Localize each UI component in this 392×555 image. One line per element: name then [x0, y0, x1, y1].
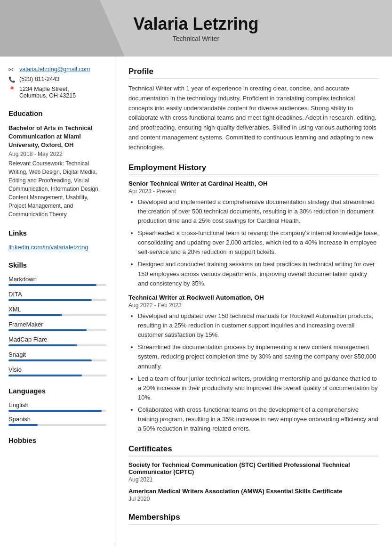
- main-content: Profile Technical Writer with 1 year of …: [115, 57, 392, 546]
- contact-section: ✉ valaria.letzring@gmail.com 📞 (523) 811…: [8, 66, 106, 99]
- job-title: Senior Technical Writer at Cardinal Heal…: [128, 180, 379, 187]
- list-item: Led a team of four junior technical writ…: [138, 374, 379, 402]
- memberships-section-title: Memberships: [128, 513, 379, 525]
- skill-bar-fill: [8, 344, 77, 346]
- cert-date: Aug 2021: [128, 476, 379, 483]
- lang-name: English: [8, 401, 106, 408]
- skill-item: Visio: [8, 366, 106, 376]
- job-dates: Aug 2022 - Feb 2023: [128, 302, 379, 309]
- skill-name: FrameMaker: [8, 321, 106, 328]
- certificates-section-title: Certificates: [128, 444, 379, 457]
- email-link[interactable]: valaria.letzring@gmail.com: [19, 66, 90, 73]
- skill-name: Snagit: [8, 351, 106, 358]
- certificates-section: Certificates Society for Technical Commu…: [128, 444, 379, 502]
- phone-icon: 📞: [8, 76, 16, 83]
- cert-entry: Society for Technical Communication (STC…: [128, 461, 379, 483]
- languages-title: Languages: [8, 387, 106, 397]
- skill-bar-fill: [8, 284, 96, 286]
- languages-section: Languages English Spanish: [8, 387, 106, 426]
- skill-bar-bg: [8, 359, 106, 361]
- certs-list: Society for Technical Communication (STC…: [128, 461, 379, 502]
- skill-bar-fill: [8, 299, 92, 301]
- skill-bar-bg: [8, 314, 106, 316]
- edu-degree: Bachelor of Arts in Technical Communicat…: [8, 124, 106, 150]
- cert-title: Society for Technical Communication (STC…: [128, 461, 379, 475]
- phone-item: 📞 (523) 811-2443: [8, 76, 106, 83]
- hobbies-title: Hobbies: [8, 436, 106, 444]
- jobs-list: Senior Technical Writer at Cardinal Heal…: [128, 180, 379, 434]
- linkedin-link[interactable]: linkedin.com/in/valarialetzring: [8, 244, 88, 251]
- edu-courses: Relevant Coursework: Technical Writing, …: [8, 159, 106, 219]
- employment-section: Employment History Senior Technical Writ…: [128, 163, 379, 434]
- email-item: ✉ valaria.letzring@gmail.com: [8, 66, 106, 73]
- skill-item: Markdown: [8, 276, 106, 286]
- employment-section-title: Employment History: [128, 163, 379, 175]
- job-entry: Technical Writer at Rockwell Automation,…: [128, 294, 379, 434]
- skill-item: DITA: [8, 291, 106, 301]
- skills-section: Skills Markdown DITA XML FrameMaker MadC…: [8, 261, 106, 376]
- email-icon: ✉: [8, 66, 16, 73]
- header: Valaria Letzring Technical Writer: [0, 0, 392, 57]
- lang-item: English: [8, 401, 106, 412]
- skill-item: XML: [8, 306, 106, 316]
- skill-bar-fill: [8, 375, 82, 376]
- languages-list: English Spanish: [8, 401, 106, 426]
- job-entry: Senior Technical Writer at Cardinal Heal…: [128, 180, 379, 288]
- profile-section-title: Profile: [128, 67, 379, 79]
- skill-name: XML: [8, 306, 106, 313]
- skill-name: Visio: [8, 366, 106, 373]
- list-item: Collaborated with cross-functional teams…: [138, 405, 379, 433]
- list-item: Designed and conducted training sessions…: [138, 260, 379, 288]
- cert-date: Jul 2020: [128, 496, 379, 502]
- job-title: Technical Writer at Rockwell Automation,…: [128, 294, 379, 301]
- lang-item: Spanish: [8, 416, 106, 426]
- skill-bar-bg: [8, 299, 106, 301]
- skill-item: Snagit: [8, 351, 106, 361]
- education-section: Education Bachelor of Arts in Technical …: [8, 109, 106, 219]
- skill-bar-fill: [8, 314, 62, 316]
- phone-text: (523) 811-2443: [19, 76, 59, 82]
- hobbies-section: Hobbies: [8, 436, 106, 444]
- links-title: Links: [8, 229, 106, 239]
- skill-bar-fill: [8, 359, 92, 361]
- list-item: Spearheaded a cross-functional team to r…: [138, 229, 379, 257]
- sidebar: ✉ valaria.letzring@gmail.com 📞 (523) 811…: [0, 57, 115, 546]
- cert-title: American Medical Writers Association (AM…: [128, 488, 379, 495]
- edu-dates: Aug 2018 - May 2022: [8, 151, 106, 157]
- main-layout: ✉ valaria.letzring@gmail.com 📞 (523) 811…: [0, 57, 392, 546]
- list-item: Developed and updated over 150 technical…: [138, 311, 379, 340]
- skill-bar-bg: [8, 344, 106, 346]
- address-text: 1234 Maple Street, Columbus, OH 43215: [19, 86, 76, 99]
- lang-bar-fill: [8, 424, 38, 426]
- skills-title: Skills: [8, 261, 106, 271]
- job-dates: Apr 2023 - Present: [128, 188, 379, 195]
- address-item: 📍 1234 Maple Street, Columbus, OH 43215: [8, 86, 106, 99]
- job-bullets: Developed and implemented a comprehensiv…: [128, 197, 379, 288]
- lang-bar-bg: [8, 410, 106, 412]
- skill-bar-bg: [8, 284, 106, 286]
- list-item: Streamlined the documentation process by…: [138, 343, 379, 371]
- location-icon: 📍: [8, 86, 16, 93]
- skill-bar-bg: [8, 329, 106, 331]
- skill-name: MadCap Flare: [8, 336, 106, 343]
- memberships-section: Memberships: [128, 513, 379, 525]
- profile-section: Profile Technical Writer with 1 year of …: [128, 67, 379, 153]
- list-item: Developed and implemented a comprehensiv…: [138, 197, 379, 226]
- job-bullets: Developed and updated over 150 technical…: [128, 311, 379, 434]
- lang-name: Spanish: [8, 416, 106, 423]
- header-title: Technical Writer: [173, 35, 219, 42]
- skill-item: FrameMaker: [8, 321, 106, 331]
- skill-name: DITA: [8, 291, 106, 298]
- profile-text: Technical Writer with 1 year of experien…: [128, 84, 379, 153]
- header-name: Valaria Letzring: [133, 14, 258, 34]
- education-title: Education: [8, 109, 106, 119]
- cert-entry: American Medical Writers Association (AM…: [128, 488, 379, 502]
- skill-item: MadCap Flare: [8, 336, 106, 346]
- skill-name: Markdown: [8, 276, 106, 283]
- links-section: Links linkedin.com/in/valarialetzring: [8, 229, 106, 251]
- skill-bar-bg: [8, 375, 106, 376]
- skill-bar-fill: [8, 329, 87, 331]
- lang-bar-bg: [8, 424, 106, 426]
- skills-list: Markdown DITA XML FrameMaker MadCap Flar…: [8, 276, 106, 376]
- lang-bar-fill: [8, 410, 102, 412]
